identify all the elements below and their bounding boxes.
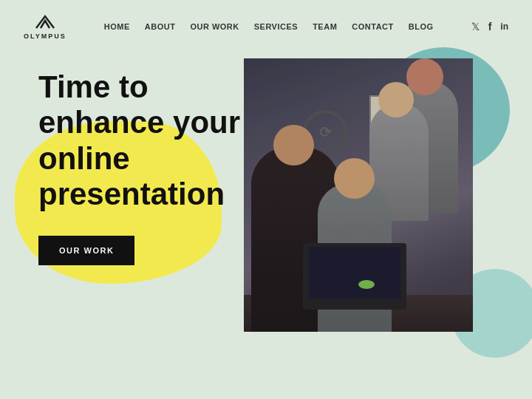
our-work-button[interactable]: OUR WORK [38,236,134,265]
hero-title: Time to enhance your online presentation [38,69,267,212]
main-content: Time to enhance your online presentation… [0,40,532,399]
nav-about[interactable]: ABOUT [145,22,176,31]
right-content: ⟳ [236,40,532,399]
nav-contact[interactable]: CONTACT [352,22,393,31]
facebook-icon[interactable]: f [488,21,492,33]
linkedin-icon[interactable]: in [500,21,508,32]
twitter-icon[interactable]: 𝕏 [471,21,480,33]
nav-team[interactable]: TEAM [313,22,337,31]
nav-services[interactable]: SERVICES [254,22,298,31]
logo-icon [33,13,57,31]
logo: OLYMPUS [24,13,66,40]
nav-home[interactable]: HOME [104,22,130,31]
left-content: Time to enhance your online presentation… [0,40,281,399]
nav: HOME ABOUT OUR WORK SERVICES TEAM CONTAC… [104,22,434,31]
social-icons: 𝕏 f in [471,21,508,33]
header: OLYMPUS HOME ABOUT OUR WORK SERVICES TEA… [0,0,532,40]
nav-blog[interactable]: BLOG [409,22,434,31]
nav-our-work[interactable]: OUR WORK [190,22,239,31]
logo-text: OLYMPUS [24,33,66,40]
